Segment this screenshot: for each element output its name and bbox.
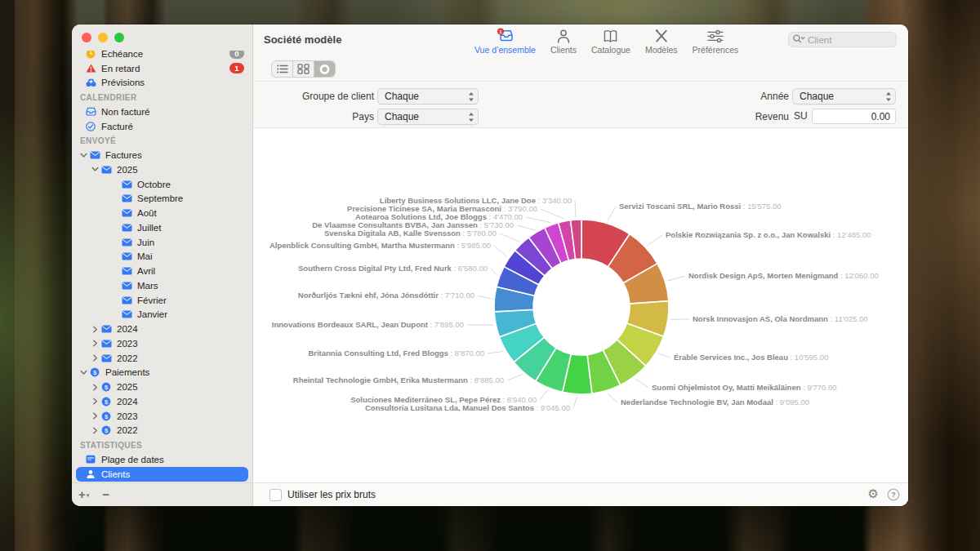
sidebar-item-label: 2025 bbox=[117, 165, 138, 175]
chevron-right-icon[interactable] bbox=[90, 427, 100, 434]
sidebar: Échéance0En retard1PrévisionsCALENDRIERN… bbox=[72, 24, 253, 506]
envelope-icon bbox=[100, 340, 112, 348]
search-field[interactable] bbox=[788, 32, 897, 47]
toolbar-item-preferences[interactable]: Préférences bbox=[685, 27, 746, 55]
sidebar-item-echeance[interactable]: Échéance0 bbox=[72, 51, 252, 61]
country-value: Chaque bbox=[385, 111, 419, 122]
chevron-down-icon[interactable] bbox=[78, 152, 89, 159]
revenue-input[interactable] bbox=[812, 109, 896, 124]
sidebar-item-mai[interactable]: Mai bbox=[72, 250, 252, 264]
toolbar-item-clients[interactable]: Clients bbox=[543, 27, 584, 55]
chart-label: Servizi Toscani SRL, Mario Rossi : 15'57… bbox=[619, 202, 782, 211]
remove-button[interactable]: − bbox=[96, 484, 116, 505]
view-switcher-list-view[interactable] bbox=[272, 61, 293, 77]
sidebar-item-avril[interactable]: Avril bbox=[72, 264, 252, 278]
sidebar-item-factures-2023[interactable]: 2023 bbox=[72, 336, 252, 351]
label-leader-line bbox=[526, 217, 550, 223]
chevron-right-icon[interactable] bbox=[90, 398, 100, 405]
sidebar-item-mars[interactable]: Mars bbox=[72, 278, 252, 293]
tray-icon bbox=[85, 107, 96, 116]
help-icon[interactable]: ? bbox=[887, 488, 900, 504]
sidebar-item-previsions[interactable]: Prévisions bbox=[72, 76, 252, 91]
sidebar-item-factures-2022[interactable]: 2022 bbox=[72, 351, 252, 366]
binoculars-icon bbox=[85, 78, 96, 87]
divider bbox=[253, 81, 908, 82]
sidebar-item-septembre[interactable]: Septembre bbox=[72, 192, 252, 207]
sidebar-item-facture[interactable]: Facturé bbox=[72, 119, 252, 134]
sidebar-item-non-facture[interactable]: Non facturé bbox=[72, 104, 252, 119]
tray-badge-icon: 1 bbox=[495, 27, 515, 44]
main-toolbar: 1Vue d’ensembleClientsCatalogueModèlesPr… bbox=[467, 27, 746, 55]
label-leader-line bbox=[635, 379, 648, 388]
zoom-button[interactable] bbox=[114, 33, 124, 42]
view-switcher-chart-view[interactable] bbox=[314, 61, 335, 77]
sidebar-item-en-retard[interactable]: En retard1 bbox=[72, 61, 252, 76]
dollar-icon: $ bbox=[100, 382, 112, 392]
search-input[interactable] bbox=[806, 34, 883, 46]
sidebar-item-factures[interactable]: Factures bbox=[72, 148, 252, 162]
chevron-right-icon[interactable] bbox=[90, 384, 100, 391]
toolbar-item-catalogue[interactable]: Catalogue bbox=[584, 27, 638, 55]
sidebar-item-factures-2025[interactable]: 2025 bbox=[72, 162, 252, 177]
chevron-right-icon[interactable] bbox=[90, 412, 100, 420]
count-badge: 0 bbox=[229, 51, 244, 59]
label-leader-line bbox=[540, 390, 548, 400]
calendar-icon bbox=[85, 455, 96, 464]
sidebar-item-fevrier[interactable]: Février bbox=[72, 293, 252, 308]
minimize-button[interactable] bbox=[98, 33, 108, 42]
revenue-label: Revenu bbox=[668, 109, 789, 125]
gear-icon[interactable]: ⚙ bbox=[868, 487, 879, 501]
chart-label: Alpenblick Consulting GmbH, Martha Muste… bbox=[270, 241, 491, 250]
chevron-down-icon: ▾ bbox=[87, 492, 90, 498]
label-leader-line bbox=[478, 295, 492, 299]
sidebar-item-label: En retard bbox=[101, 64, 140, 73]
sidebar-item-label: Mai bbox=[137, 251, 153, 261]
dollar-icon: $ bbox=[100, 425, 112, 435]
sidebar-item-juin[interactable]: Juin bbox=[72, 235, 252, 250]
clock-icon bbox=[85, 51, 96, 59]
chevron-down-icon[interactable] bbox=[90, 166, 100, 173]
desktop-background: Échéance0En retard1PrévisionsCALENDRIERN… bbox=[0, 0, 980, 551]
sidebar-item-label: 2023 bbox=[117, 411, 138, 421]
sidebar-item-label: Octobre bbox=[137, 180, 171, 189]
revenue-currency-label: SU bbox=[794, 109, 808, 124]
sidebar-item-paiements-2023[interactable]: $2023 bbox=[72, 409, 252, 424]
label-leader-line bbox=[647, 235, 662, 246]
envelope-icon bbox=[121, 180, 132, 189]
chart-label: Rheintal Technologie GmbH, Erika Musterm… bbox=[293, 375, 504, 384]
sidebar-item-octobre[interactable]: Octobre bbox=[72, 177, 252, 192]
view-switcher-grid-view[interactable] bbox=[293, 61, 314, 77]
chevron-right-icon[interactable] bbox=[90, 340, 100, 347]
search-icon bbox=[792, 33, 806, 47]
label-leader-line bbox=[491, 269, 497, 276]
sidebar-section-envoye: ENVOYÉ bbox=[72, 134, 252, 149]
sidebar-item-factures-2024[interactable]: 2024 bbox=[72, 322, 252, 336]
toolbar-item-modeles[interactable]: Modèles bbox=[638, 27, 685, 55]
sidebar-item-janvier[interactable]: Janvier bbox=[72, 308, 252, 322]
client-group-label: Groupe de client bbox=[253, 88, 374, 104]
add-button[interactable]: +▾ bbox=[72, 484, 96, 506]
close-button[interactable] bbox=[82, 33, 91, 42]
sidebar-item-plage-de-dates[interactable]: Plage de dates bbox=[72, 452, 252, 467]
toolbar-item-label: Vue d’ensemble bbox=[474, 45, 536, 55]
sidebar-item-paiements-2024[interactable]: $2024 bbox=[72, 394, 252, 409]
label-leader-line bbox=[507, 375, 522, 380]
chart-label: Polskie Rozwiązania Sp. z o.o., Jan Kowa… bbox=[666, 230, 871, 239]
toolbar-item-vue-densemble[interactable]: 1Vue d’ensemble bbox=[467, 27, 543, 55]
chevron-right-icon[interactable] bbox=[90, 326, 100, 333]
sidebar-item-paiements[interactable]: $Paiements bbox=[72, 366, 252, 380]
envelope-icon bbox=[121, 224, 132, 232]
sidebar-item-juillet[interactable]: Juillet bbox=[72, 220, 252, 235]
chevron-down-icon[interactable] bbox=[78, 369, 89, 376]
gross-prices-checkbox[interactable] bbox=[270, 489, 282, 501]
year-select[interactable]: Chaque bbox=[792, 88, 896, 104]
sidebar-item-clients[interactable]: Clients bbox=[76, 467, 248, 482]
client-group-select[interactable]: Chaque bbox=[377, 88, 479, 104]
country-select[interactable]: Chaque bbox=[377, 109, 479, 125]
sidebar-item-paiements-2025[interactable]: $2025 bbox=[72, 380, 252, 394]
sidebar-item-label: Avril bbox=[137, 266, 155, 276]
chevron-right-icon[interactable] bbox=[90, 354, 100, 362]
chart-label: Southern Cross Digital Pty Ltd, Fred Nur… bbox=[298, 264, 488, 273]
sidebar-item-aout[interactable]: Août bbox=[72, 206, 252, 220]
sidebar-item-paiements-2022[interactable]: $2022 bbox=[72, 424, 252, 438]
